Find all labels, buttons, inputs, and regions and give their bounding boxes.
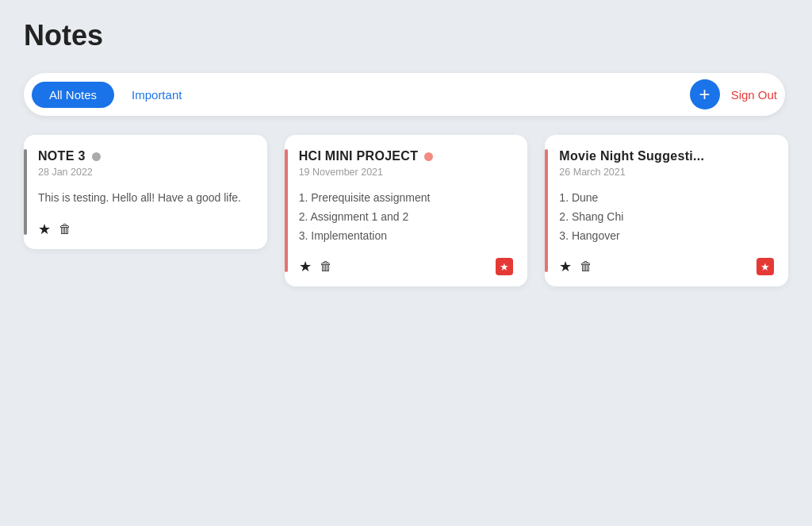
note-card-hci-mini-project[interactable]: HCI MINI PROJECT19 November 20211. Prere… xyxy=(285,135,528,286)
trash-icon[interactable]: 🗑 xyxy=(580,259,592,274)
card-actions-left: ★🗑 xyxy=(38,221,71,238)
card-body: This is testing. Hello all! Have a good … xyxy=(38,189,253,208)
cards-area: NOTE 328 Jan 2022This is testing. Hello … xyxy=(0,127,812,310)
card-title: Movie Night Suggesti... xyxy=(559,149,704,163)
status-dot-icon xyxy=(424,152,433,161)
card-date: 26 March 2021 xyxy=(559,167,774,178)
page-title: Notes xyxy=(0,0,812,59)
all-notes-button[interactable]: All Notes xyxy=(32,82,114,108)
note-card-note3[interactable]: NOTE 328 Jan 2022This is testing. Hello … xyxy=(24,135,267,249)
star-icon[interactable]: ★ xyxy=(299,258,312,275)
top-area: All Notes Important + Sign Out xyxy=(0,59,812,127)
nav-bar: All Notes Important + Sign Out xyxy=(24,73,785,116)
status-dot-icon xyxy=(92,152,101,161)
card-actions-left: ★🗑 xyxy=(559,258,592,275)
card-footer: ★🗑★ xyxy=(299,258,514,275)
card-header: Movie Night Suggesti... xyxy=(559,149,774,163)
star-icon[interactable]: ★ xyxy=(38,221,51,238)
card-actions-left: ★🗑 xyxy=(299,258,332,275)
right-controls: + Sign Out xyxy=(690,79,777,109)
card-date: 28 Jan 2022 xyxy=(38,167,253,178)
note-card-movie-night[interactable]: Movie Night Suggesti...26 March 20211. D… xyxy=(545,135,788,286)
card-title: HCI MINI PROJECT xyxy=(299,149,419,163)
add-note-button[interactable]: + xyxy=(690,79,720,109)
list-item: 3. Hangover xyxy=(559,227,774,246)
card-title: NOTE 3 xyxy=(38,149,86,163)
card-date: 19 November 2021 xyxy=(299,167,514,178)
important-badge-icon[interactable]: ★ xyxy=(756,258,774,275)
trash-icon[interactable]: 🗑 xyxy=(59,222,71,236)
list-item: 3. Implementation xyxy=(299,227,514,246)
list-item: 1. Dune xyxy=(559,189,774,208)
card-accent-bar xyxy=(545,149,548,272)
card-footer: ★🗑 xyxy=(38,221,253,238)
card-accent-bar xyxy=(285,149,288,272)
list-item: 2. Assignment 1 and 2 xyxy=(299,208,514,227)
list-item: 2. Shang Chi xyxy=(559,208,774,227)
card-accent-bar xyxy=(24,149,27,235)
important-badge-icon[interactable]: ★ xyxy=(496,258,513,275)
card-footer: ★🗑★ xyxy=(559,258,774,275)
trash-icon[interactable]: 🗑 xyxy=(320,259,332,274)
card-body: 1. Prerequisite assignment2. Assignment … xyxy=(299,189,514,245)
card-header: NOTE 3 xyxy=(38,149,253,163)
card-header: HCI MINI PROJECT xyxy=(299,149,514,163)
list-item: 1. Prerequisite assignment xyxy=(299,189,514,208)
important-button[interactable]: Important xyxy=(124,82,190,108)
card-body: 1. Dune2. Shang Chi3. Hangover xyxy=(559,189,774,245)
sign-out-button[interactable]: Sign Out xyxy=(731,88,777,102)
star-icon[interactable]: ★ xyxy=(559,258,572,275)
